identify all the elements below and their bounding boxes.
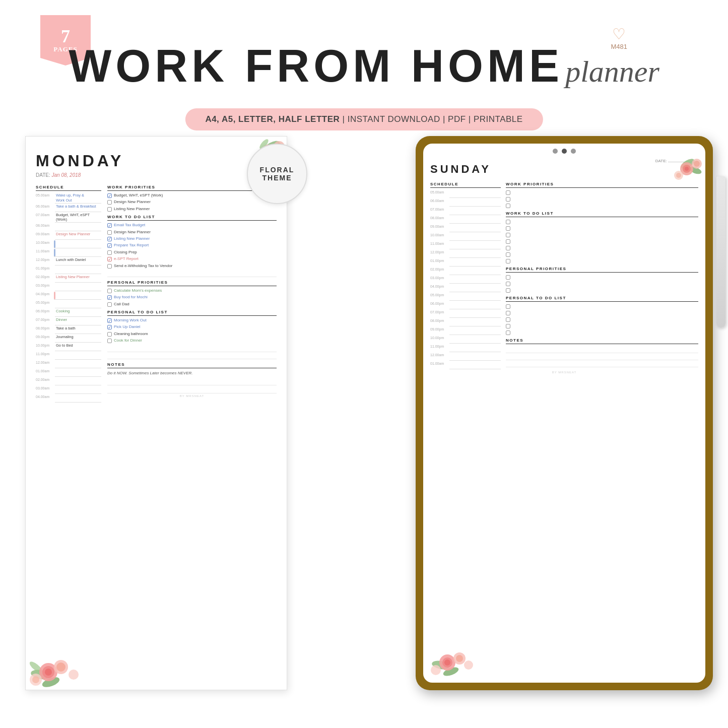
- title-main: WORK FROM HOME: [69, 41, 563, 91]
- checkbox-wp1[interactable]: ✓: [107, 193, 112, 198]
- s-cb-wp2[interactable]: [506, 197, 510, 202]
- svg-point-21: [69, 670, 79, 680]
- s-cb-wp3[interactable]: [506, 204, 510, 208]
- checkbox-wt7[interactable]: [107, 264, 112, 269]
- s-cb-wt7[interactable]: [506, 259, 510, 263]
- checkbox-wp2[interactable]: [107, 200, 112, 205]
- pp3-text: Call Dad: [114, 302, 129, 307]
- s-cb-wt5[interactable]: [506, 246, 510, 250]
- sunday-notes-title: NOTES: [506, 338, 698, 344]
- checkbox-pp2[interactable]: ✓: [107, 295, 112, 300]
- schedule-row-0600pm: 06.00pm Cooking: [36, 309, 101, 317]
- wt1-text: Email Tax Budget: [114, 223, 145, 228]
- schedule-row-0900pm: 09.00pm Journaling: [36, 335, 101, 343]
- checkbox-wt5[interactable]: [107, 250, 112, 255]
- svg-point-28: [694, 161, 700, 167]
- schedule-row-0300am: 03.00am: [36, 386, 101, 394]
- pp1-text: Calculate Mom's expenses: [114, 288, 162, 293]
- schedule-row-0700: 07.00am Budget, WHT, eSPT (Work): [36, 213, 101, 223]
- s-cb-pp2[interactable]: [506, 282, 510, 286]
- checkbox-pt3[interactable]: [107, 332, 112, 337]
- pt1-text: Morning Work Out: [114, 318, 147, 323]
- checkbox-wt6[interactable]: ✓: [107, 257, 112, 261]
- work-todo-empty: [107, 270, 277, 277]
- floral-decoration-bottom-left: [26, 634, 96, 690]
- s-notes-line1: [506, 346, 698, 353]
- s-cb-pt5[interactable]: [506, 330, 510, 335]
- wt3-text: Listing New Planner: [114, 236, 150, 241]
- sunday-priorities-col: WORK PRIORITIES WORK TO DO LIST: [506, 179, 698, 370]
- notes-content: Do it NOW. Sometimes Later becomes NEVER…: [107, 370, 277, 394]
- checkbox-pt2[interactable]: ✓: [107, 325, 112, 329]
- s-0900: 09.00am: [430, 224, 501, 232]
- s-cb-wt2[interactable]: [506, 226, 510, 231]
- personal-todo-1: ✓ Morning Work Out: [107, 318, 277, 323]
- s-notes-line2: [506, 353, 698, 360]
- s-cb-wt4[interactable]: [506, 239, 510, 244]
- s-0600pm: 06.00pm: [430, 301, 501, 309]
- s-cb-pt2[interactable]: [506, 311, 510, 315]
- s-0300pm: 03.00pm: [430, 276, 501, 284]
- schedule-row-0100pm: 01.00pm: [36, 266, 101, 274]
- work-todo-2: Design New Planner: [107, 230, 277, 235]
- s-cb-pt4[interactable]: [506, 324, 510, 328]
- schedule-row-1100pm: 11.00pm: [36, 352, 101, 360]
- checkbox-wt1[interactable]: ✓: [107, 223, 112, 228]
- schedule-row-1100: 11.00am: [36, 249, 101, 257]
- monday-planner-page: MONDAY DATE: Jan 08, 2018 SCHEDULE 05.00…: [25, 136, 287, 690]
- subtitle-pill: A4, A5, LETTER, HALF LETTER | INSTANT DO…: [185, 108, 543, 130]
- s-cb-pt3[interactable]: [506, 317, 510, 322]
- s-0100pm: 01.00pm: [430, 258, 501, 267]
- checkbox-wp3[interactable]: [107, 207, 112, 212]
- wt7-text: Send e-Witholding Tax to Vendor: [114, 263, 172, 269]
- wp2-text: Design New Planner: [114, 200, 151, 205]
- personal-todo-empty2: [107, 352, 277, 359]
- personal-todo-4: Cook for Dinner: [107, 338, 277, 343]
- svg-point-38: [431, 665, 441, 675]
- s-0900pm: 09.00pm: [430, 327, 501, 335]
- checkbox-pt4[interactable]: [107, 339, 112, 343]
- s-cb-wt1[interactable]: [506, 220, 510, 224]
- tablet-stylus: [716, 176, 725, 327]
- schedule-row-0300pm: 03.00pm: [36, 283, 101, 291]
- s-cb-wt3[interactable]: [506, 233, 510, 237]
- personal-priority-1: Calculate Mom's expenses: [107, 288, 277, 293]
- s-cb-pt1[interactable]: [506, 304, 510, 309]
- checkbox-pp1[interactable]: [107, 289, 112, 293]
- work-todo-4: ✓ Prepare Tax Report: [107, 243, 277, 248]
- s-cb-wp1[interactable]: [506, 190, 510, 195]
- schedule-row-0500pm: 05.00pm: [36, 300, 101, 308]
- s-pp3: [506, 288, 698, 293]
- checkbox-wt3[interactable]: ✓: [107, 237, 112, 241]
- monday-schedule-col: SCHEDULE 05.00am Wake up, Pray &Work Out…: [36, 182, 101, 680]
- schedule-row-0800pm: 08.00pm Take a bath: [36, 326, 101, 334]
- s-1000: 10.00am: [430, 233, 501, 241]
- tablet-dot-3: [571, 149, 576, 154]
- pt2-text: Pick Up Daniel: [114, 324, 140, 329]
- notes-title: NOTES: [107, 362, 277, 368]
- s-cb-wt6[interactable]: [506, 252, 510, 257]
- s-cb-pp3[interactable]: [506, 288, 510, 293]
- wt4-text: Prepare Tax Report: [114, 243, 149, 248]
- svg-point-18: [56, 663, 65, 672]
- checkbox-wt2[interactable]: [107, 230, 112, 235]
- s-0100am: 01.00am: [430, 361, 501, 369]
- checkbox-pt1[interactable]: ✓: [107, 318, 112, 323]
- work-todo-5: Closing Prep: [107, 250, 277, 255]
- schedule-row-0400am: 04.00am: [36, 394, 101, 403]
- svg-point-35: [444, 659, 450, 666]
- floral-bottom-left-tablet: [428, 632, 489, 678]
- title-script: planner: [565, 55, 659, 88]
- s-pt4: [506, 323, 698, 328]
- personal-todo-title: PERSONAL TO DO LIST: [107, 310, 277, 316]
- wp3-text: Listing New Planner: [114, 207, 150, 212]
- personal-priorities-title: PERSONAL PRIORITIES: [107, 280, 277, 286]
- checkbox-wt4[interactable]: ✓: [107, 243, 112, 248]
- s-cb-pp1[interactable]: [506, 275, 510, 280]
- s-1000pm: 10.00pm: [430, 336, 501, 344]
- svg-point-26: [685, 167, 689, 171]
- tablet-top-bar: [423, 149, 705, 154]
- schedule-row-0200pm: 02.00pm Listing New Planner: [36, 275, 101, 283]
- checkbox-pp3[interactable]: [107, 302, 112, 307]
- schedule-row-0800: 08.00am: [36, 223, 101, 231]
